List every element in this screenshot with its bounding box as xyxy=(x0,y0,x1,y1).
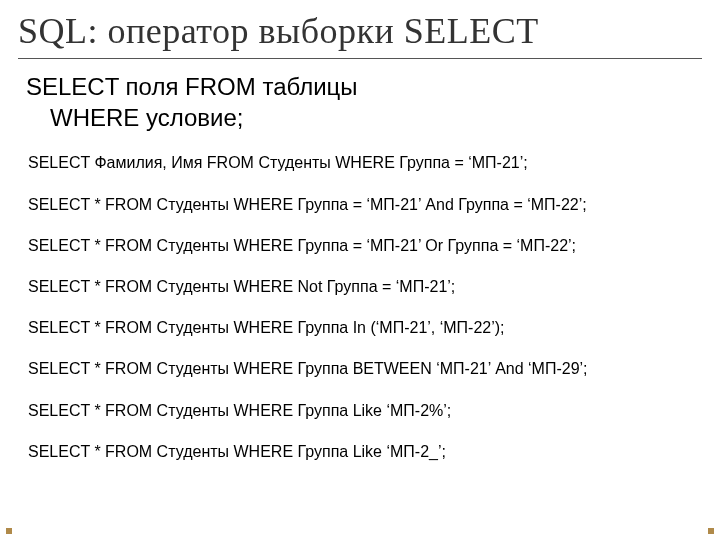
syntax-block: SELECT поля FROM таблицы WHERE условие; xyxy=(26,71,702,133)
example-5: SELECT * FROM Студенты WHERE Группа In (… xyxy=(28,318,702,337)
syntax-line-1: SELECT поля FROM таблицы xyxy=(26,73,358,100)
example-3: SELECT * FROM Студенты WHERE Группа = ‘М… xyxy=(28,236,702,255)
slide: SQL: оператор выборки SELECT SELECT поля… xyxy=(18,10,702,522)
page-title: SQL: оператор выборки SELECT xyxy=(18,10,702,59)
example-4: SELECT * FROM Студенты WHERE Not Группа … xyxy=(28,277,702,296)
corner-decoration-bottom-right xyxy=(704,524,714,534)
example-2: SELECT * FROM Студенты WHERE Группа = ‘М… xyxy=(28,195,702,214)
example-8: SELECT * FROM Студенты WHERE Группа Like… xyxy=(28,442,702,461)
syntax-line-2: WHERE условие; xyxy=(50,102,702,133)
example-7: SELECT * FROM Студенты WHERE Группа Like… xyxy=(28,401,702,420)
example-6: SELECT * FROM Студенты WHERE Группа BETW… xyxy=(28,359,702,378)
example-1: SELECT Фамилия, Имя FROM Студенты WHERE … xyxy=(28,153,702,172)
corner-decoration-bottom-left xyxy=(6,524,16,534)
